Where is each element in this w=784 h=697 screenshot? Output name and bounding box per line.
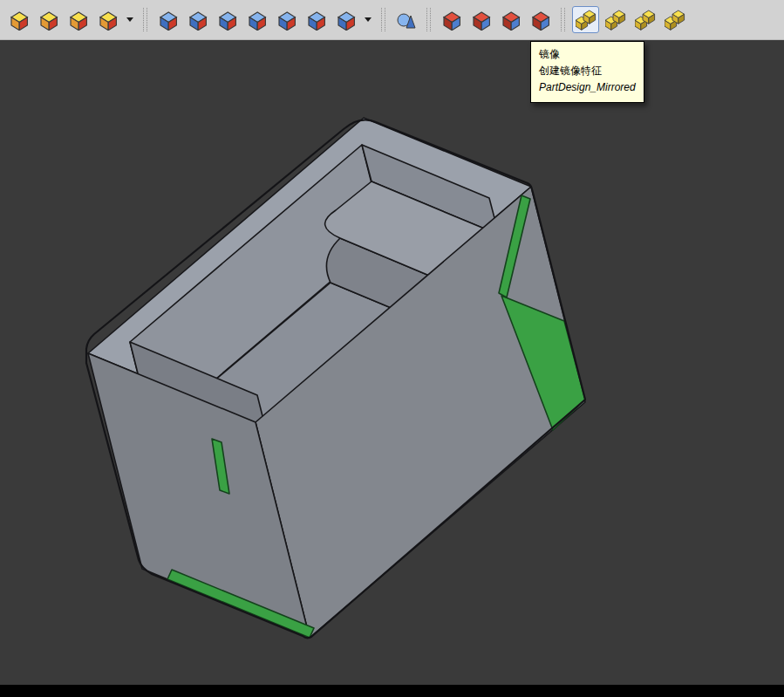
partdesign-revolution-button[interactable] [35, 6, 62, 33]
fillet-icon [441, 10, 462, 31]
toolbar-separator [381, 8, 385, 31]
chamfer-icon [471, 10, 492, 31]
partdesign-hole-button[interactable] [184, 6, 211, 33]
partdesign-subtractive-loft-button[interactable] [243, 6, 270, 33]
partdesign-multitransform-button[interactable] [661, 6, 688, 33]
dressup-tools-group [438, 6, 554, 33]
transform-tools-group [572, 6, 688, 33]
mirrored-icon [576, 10, 597, 31]
revolution-icon [38, 10, 59, 31]
linear-pattern-icon [605, 10, 626, 31]
partdesign-additive-primitive-button[interactable] [392, 6, 419, 33]
subtractive-tools-group [154, 6, 374, 33]
chevron-down-icon [365, 17, 372, 22]
polar-pattern-icon [635, 10, 656, 31]
tooltip: 镜像 创建镜像特征 PartDesign_Mirrored [530, 41, 644, 103]
draft-icon [501, 10, 522, 31]
partdesign-groove-button[interactable] [214, 6, 241, 33]
additive-loft-icon [68, 10, 89, 31]
partdesign-pad-button[interactable] [5, 6, 32, 33]
partdesign-pocket-button[interactable] [154, 6, 181, 33]
multitransform-icon [665, 10, 685, 31]
partdesign-draft-button[interactable] [497, 6, 524, 33]
toolbar-separator [561, 8, 565, 31]
chevron-down-icon [126, 17, 133, 22]
hole-icon [187, 10, 208, 31]
partdesign-linear-pattern-button[interactable] [602, 6, 629, 33]
partdesign-thickness-button[interactable] [527, 6, 554, 33]
tooltip-command: PartDesign_Mirrored [539, 79, 636, 96]
toolbar-separator [143, 8, 147, 31]
tooltip-title: 镜像 [539, 46, 636, 63]
partdesign-polar-pattern-button[interactable] [631, 6, 658, 33]
3d-viewport[interactable] [0, 0, 784, 697]
partdesign-mirrored-button[interactable] [572, 6, 599, 33]
additive-tools-dropdown-button[interactable] [124, 6, 136, 33]
primitive-tools-group [392, 6, 419, 33]
additive-primitive-icon [396, 10, 417, 31]
subtractive-helix-icon [306, 10, 327, 31]
additive-tools-group [5, 6, 136, 33]
pad-icon [9, 10, 30, 31]
toolbar-separator [426, 8, 431, 31]
bottom-bar [0, 685, 784, 697]
partdesign-subtractive-helix-button[interactable] [303, 6, 330, 33]
pocket-icon [158, 10, 179, 31]
partdesign-chamfer-button[interactable] [467, 6, 494, 33]
partdesign-additive-pipe-button[interactable] [94, 6, 121, 33]
boolean-icon [336, 10, 357, 31]
partdesign-additive-loft-button[interactable] [65, 6, 92, 33]
partdesign-boolean-button[interactable] [332, 6, 359, 33]
groove-icon [217, 10, 238, 31]
partdesign-toolbar [0, 0, 784, 40]
subtractive-pipe-icon [276, 10, 297, 31]
tooltip-description: 创建镜像特征 [539, 63, 636, 79]
subtractive-tools-dropdown-button[interactable] [362, 6, 374, 33]
subtractive-loft-icon [247, 10, 268, 31]
additive-pipe-icon [98, 10, 119, 31]
partdesign-subtractive-pipe-button[interactable] [273, 6, 300, 33]
thickness-icon [530, 10, 551, 31]
partdesign-fillet-button[interactable] [438, 6, 465, 33]
